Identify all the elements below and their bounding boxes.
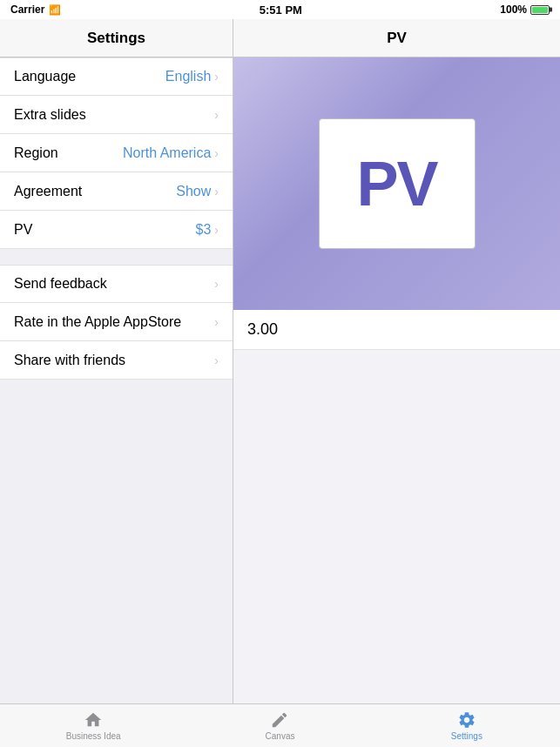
battery-icon: [530, 5, 550, 15]
settings-item-agreement[interactable]: Agreement Show ›: [0, 172, 233, 211]
language-value: English ›: [165, 69, 219, 84]
region-label: Region: [14, 145, 58, 161]
status-right: 100%: [500, 3, 550, 16]
settings-header-title: Settings: [0, 19, 233, 57]
settings-item-send-feedback[interactable]: Send feedback ›: [0, 265, 233, 303]
home-icon: [84, 710, 103, 730]
settings-item-language[interactable]: Language English ›: [0, 57, 233, 96]
settings-group-gap: [0, 249, 233, 265]
pencil-icon: [270, 710, 289, 730]
share-chevron-wrap: ›: [214, 353, 219, 368]
status-time: 5:51 PM: [260, 3, 302, 17]
pv-value-text: $3: [196, 222, 212, 238]
language-label: Language: [14, 69, 76, 84]
extra-slides-chevron-wrap: ›: [214, 107, 219, 123]
rate-app-label: Rate in the Apple AppStore: [14, 314, 181, 330]
settings-panel: Language English › Extra slides › Region…: [0, 57, 233, 703]
extra-slides-chevron: ›: [214, 108, 219, 122]
tab-business-idea[interactable]: Business Idea: [0, 704, 186, 747]
agreement-chevron: ›: [214, 185, 219, 199]
pv-value-row: 3.00: [233, 310, 560, 350]
wifi-icon: 📶: [49, 4, 61, 16]
settings-item-extra-slides[interactable]: Extra slides ›: [0, 96, 233, 134]
settings-item-region[interactable]: Region North America ›: [0, 134, 233, 172]
tab-canvas[interactable]: Canvas: [186, 704, 373, 747]
language-chevron: ›: [214, 70, 219, 84]
share-chevron: ›: [214, 353, 219, 367]
rate-app-chevron: ›: [214, 315, 219, 329]
extra-slides-label: Extra slides: [14, 107, 86, 123]
tab-bar: Business Idea Canvas Settings: [0, 703, 560, 747]
region-value: North America ›: [123, 145, 219, 161]
gear-icon: [457, 710, 476, 730]
share-label: Share with friends: [14, 353, 125, 368]
settings-group-1: Language English › Extra slides › Region…: [0, 57, 233, 249]
agreement-label: Agreement: [14, 184, 82, 199]
pv-numeric-value: 3.00: [247, 320, 278, 338]
right-panel: PV 3.00: [233, 57, 560, 703]
region-value-text: North America: [123, 145, 211, 161]
pv-card: PV: [319, 118, 476, 249]
pv-logo-text: PV: [356, 148, 436, 219]
main-content: Language English › Extra slides › Region…: [0, 57, 560, 703]
pv-header-title: PV: [233, 19, 560, 57]
tab-business-idea-label: Business Idea: [66, 731, 121, 741]
carrier-label: Carrier: [10, 3, 44, 16]
settings-item-rate-app[interactable]: Rate in the Apple AppStore ›: [0, 303, 233, 341]
send-feedback-chevron-wrap: ›: [214, 276, 219, 292]
pv-label: PV: [14, 222, 32, 238]
tab-canvas-label: Canvas: [266, 731, 295, 741]
tab-settings[interactable]: Settings: [374, 704, 560, 747]
pv-chevron: ›: [214, 223, 219, 237]
rate-app-chevron-wrap: ›: [214, 314, 219, 330]
battery-fill: [532, 7, 548, 13]
settings-item-share[interactable]: Share with friends ›: [0, 341, 233, 380]
region-chevron: ›: [214, 146, 219, 160]
status-left: Carrier 📶: [10, 3, 61, 16]
settings-item-pv[interactable]: PV $3 ›: [0, 211, 233, 249]
status-bar: Carrier 📶 5:51 PM 100%: [0, 0, 560, 19]
tab-settings-label: Settings: [451, 731, 482, 741]
settings-group-2: Send feedback › Rate in the Apple AppSto…: [0, 265, 233, 380]
send-feedback-label: Send feedback: [14, 276, 107, 292]
app-header: Settings PV: [0, 19, 560, 57]
agreement-value: Show ›: [176, 184, 219, 199]
pv-value: $3 ›: [196, 222, 219, 238]
pv-preview: PV: [233, 57, 560, 310]
battery-percent: 100%: [500, 3, 527, 16]
agreement-value-text: Show: [176, 184, 211, 199]
send-feedback-chevron: ›: [214, 277, 219, 291]
language-value-text: English: [165, 69, 211, 84]
